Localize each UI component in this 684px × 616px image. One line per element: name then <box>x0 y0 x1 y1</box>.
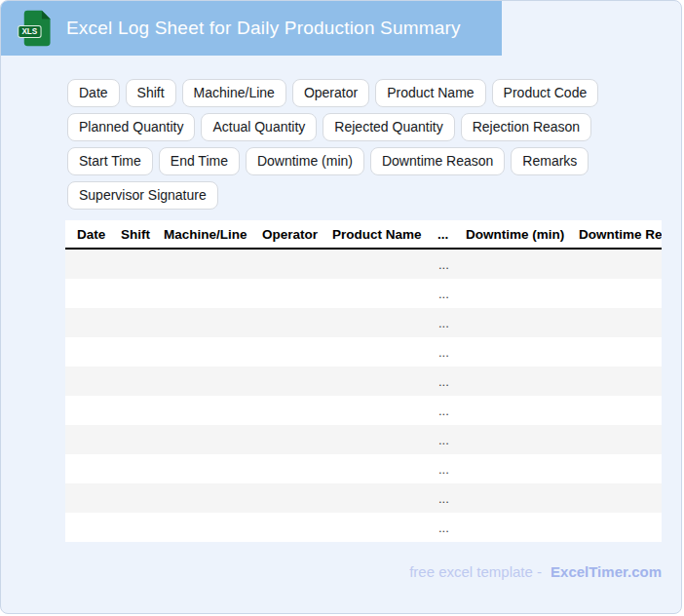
column-header: Date <box>77 227 105 242</box>
page-title: Excel Log Sheet for Daily Production Sum… <box>66 18 461 39</box>
field-chip: Remarks <box>511 147 589 175</box>
table-header-row: DateShiftMachine/LineOperatorProduct Nam… <box>65 220 662 250</box>
row-placeholder: ... <box>438 257 449 272</box>
field-chip: Product Name <box>375 79 485 107</box>
table-body: .............................. <box>65 250 662 542</box>
field-chip: End Time <box>159 147 240 175</box>
field-chip: Product Code <box>492 79 599 107</box>
field-chip: Machine/Line <box>182 79 286 107</box>
table-row: ... <box>65 308 662 337</box>
preview-table: DateShiftMachine/LineOperatorProduct Nam… <box>65 220 662 542</box>
column-header: Downtime Reason <box>579 227 662 242</box>
field-chip: Downtime (min) <box>246 147 364 175</box>
table-row: ... <box>65 454 662 483</box>
row-placeholder: ... <box>438 287 449 301</box>
column-header: Downtime (min) <box>466 227 564 242</box>
table-row: ... <box>65 337 662 366</box>
row-placeholder: ... <box>438 374 449 389</box>
table-row: ... <box>65 396 662 425</box>
field-chip: Downtime Reason <box>370 147 505 175</box>
field-chip: Operator <box>292 79 369 107</box>
field-chip: Start Time <box>67 147 153 175</box>
table-row: ... <box>65 425 662 454</box>
field-chip: Actual Quantity <box>201 113 317 141</box>
column-header: Machine/Line <box>164 227 247 242</box>
field-chip: Supervisor Signature <box>67 181 218 210</box>
xls-file-icon: XLS <box>17 8 54 49</box>
table-row: ... <box>65 513 662 542</box>
row-placeholder: ... <box>438 345 449 360</box>
row-placeholder: ... <box>438 462 449 477</box>
field-chip: Rejection Reason <box>461 113 592 141</box>
field-chips: DateShiftMachine/LineOperatorProduct Nam… <box>67 79 613 210</box>
row-placeholder: ... <box>438 520 449 535</box>
table-row: ... <box>65 366 662 396</box>
footer-brand-link[interactable]: ExcelTimer.com <box>551 563 662 580</box>
row-placeholder: ... <box>438 491 449 506</box>
footer-credit-text: free excel template - <box>409 563 542 580</box>
field-chip: Rejected Quantity <box>323 113 454 141</box>
field-chip: Date <box>67 79 120 107</box>
field-chip: Planned Quantity <box>67 113 195 141</box>
column-header: Operator <box>262 227 318 242</box>
table-row: ... <box>65 250 662 279</box>
banner: XLS Excel Log Sheet for Daily Production… <box>1 1 502 56</box>
template-preview-window: XLS Excel Log Sheet for Daily Production… <box>0 0 682 614</box>
column-header: Product Name <box>332 227 422 242</box>
table-row: ... <box>65 279 662 308</box>
row-placeholder: ... <box>438 316 449 330</box>
column-header: ... <box>437 227 448 242</box>
footer: free excel template -ExcelTimer.com <box>409 563 662 580</box>
field-chip: Shift <box>126 79 176 107</box>
column-header: Shift <box>121 227 150 242</box>
row-placeholder: ... <box>438 433 449 447</box>
xls-icon-label: XLS <box>21 27 37 36</box>
table-row: ... <box>65 483 662 513</box>
row-placeholder: ... <box>438 404 449 418</box>
